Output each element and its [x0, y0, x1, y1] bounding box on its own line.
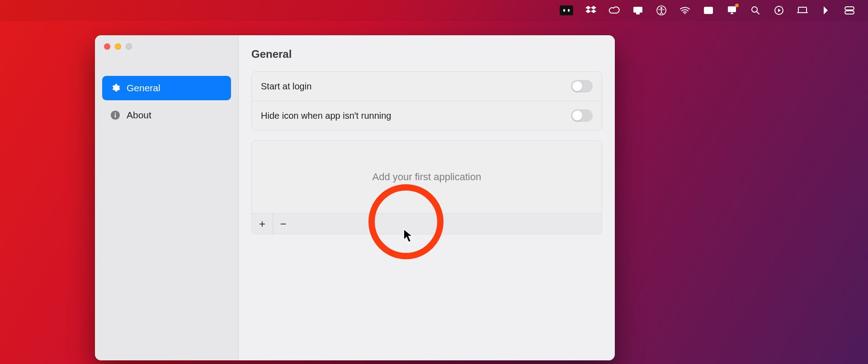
- svg-rect-0: [563, 9, 565, 12]
- macos-menubar: [0, 0, 868, 21]
- svg-rect-7: [704, 7, 713, 14]
- gear-icon: [110, 83, 120, 93]
- svg-point-5: [661, 8, 662, 9]
- app-icon[interactable]: [703, 5, 714, 16]
- svg-rect-12: [845, 11, 854, 14]
- setting-start-at-login: Start at login: [252, 72, 602, 101]
- svg-rect-2: [633, 7, 642, 13]
- sidebar-item-about[interactable]: About: [102, 103, 231, 127]
- traffic-lights: [104, 43, 132, 50]
- svg-point-15: [115, 112, 116, 114]
- minus-icon: −: [280, 218, 286, 230]
- chevron-right-icon[interactable]: [820, 5, 832, 16]
- notification-dot-icon: [735, 4, 739, 7]
- preferences-main: General Start at login Hide icon when ap…: [239, 35, 615, 360]
- add-application-button[interactable]: +: [252, 214, 273, 234]
- hide-icon-toggle[interactable]: [571, 109, 593, 122]
- close-window-button[interactable]: [104, 43, 110, 50]
- applications-footer: + −: [252, 213, 602, 234]
- general-settings-panel: Start at login Hide icon when app isn't …: [251, 71, 602, 131]
- setting-hide-icon: Hide icon when app isn't running: [252, 101, 602, 130]
- sidebar-item-label: About: [127, 110, 151, 121]
- sidebar-item-label: General: [127, 83, 160, 93]
- wifi-icon[interactable]: [679, 5, 691, 16]
- zoom-window-button: [126, 43, 132, 50]
- spotlight-search-icon[interactable]: [750, 5, 761, 16]
- setting-label: Start at login: [261, 81, 311, 92]
- discord-icon[interactable]: [560, 5, 573, 15]
- accessibility-icon[interactable]: [656, 5, 667, 16]
- preferences-sidebar: General About: [95, 35, 239, 360]
- minimize-window-button[interactable]: [115, 43, 121, 50]
- remove-application-button[interactable]: −: [273, 214, 293, 234]
- setting-label: Hide icon when app isn't running: [261, 111, 391, 121]
- svg-rect-14: [115, 114, 116, 117]
- plus-icon: +: [259, 218, 265, 230]
- now-playing-icon[interactable]: [773, 5, 785, 16]
- display-icon[interactable]: [632, 5, 644, 16]
- control-center-icon[interactable]: [844, 5, 855, 16]
- sidebar-item-general[interactable]: General: [102, 76, 231, 100]
- info-icon: [110, 110, 120, 120]
- start-at-login-toggle[interactable]: [571, 80, 593, 93]
- svg-rect-1: [568, 9, 570, 12]
- svg-point-6: [684, 13, 686, 14]
- svg-rect-3: [637, 13, 639, 14]
- applications-empty-text: Add your first application: [252, 141, 602, 213]
- svg-point-9: [752, 7, 757, 12]
- page-title: General: [251, 48, 602, 61]
- stage-manager-icon[interactable]: [797, 5, 808, 16]
- preferences-window: General About General Start at login Hid…: [95, 35, 615, 360]
- applications-panel: Add your first application + −: [251, 140, 602, 234]
- dropbox-icon[interactable]: [585, 5, 597, 16]
- screen-share-icon[interactable]: [726, 5, 738, 16]
- svg-rect-11: [845, 7, 854, 10]
- svg-rect-8: [728, 6, 736, 12]
- creative-cloud-icon[interactable]: [609, 5, 620, 16]
